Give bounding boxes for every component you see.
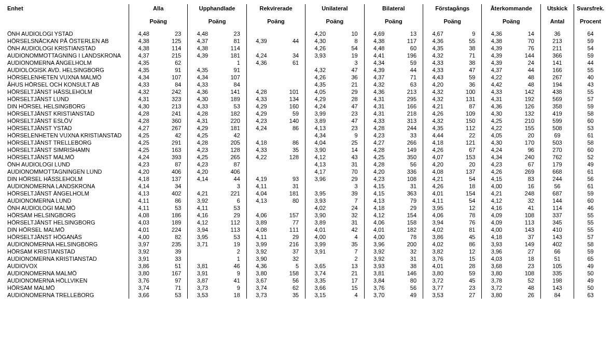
- count-cell: 38: [452, 59, 482, 66]
- table-row: AUDIONOMERNA TRELLEBORG3,66533,53183,733…: [5, 291, 607, 299]
- count-cell: 33: [158, 255, 188, 262]
- table-row: ÅHUS HÖRSEL OCH KONSULT AB4,33844,33844,…: [5, 81, 607, 88]
- score-cell: 3,96: [364, 241, 394, 248]
- score-cell: 4,08: [129, 212, 159, 219]
- count-cell: 242: [158, 88, 188, 95]
- score-cell: 4,18: [129, 175, 159, 183]
- score-cell: 4,01: [129, 226, 159, 233]
- score-cell: [246, 45, 276, 52]
- svarsfrek-cell: 55: [574, 212, 607, 219]
- score-cell: 4,01: [423, 190, 453, 197]
- count-cell: 29: [335, 88, 364, 95]
- count-cell: 189: [217, 95, 247, 103]
- count-cell: 215: [158, 52, 188, 59]
- unit-name: HÖRSELTJÄNST ESLÖV: [5, 117, 129, 124]
- score-cell: 3,89: [246, 219, 276, 226]
- svarsfrek-cell: 56: [574, 175, 607, 183]
- utskick-cell: 569: [541, 95, 574, 103]
- count-cell: 141: [217, 88, 247, 95]
- table-row: DIN HÖRSEL MALMÖ4,012243,941134,081114,0…: [5, 226, 607, 233]
- score-cell: 3,73: [188, 284, 217, 291]
- count-cell: 19: [217, 241, 247, 248]
- svarsfrek-cell: 46: [574, 204, 607, 212]
- count-cell: 114: [217, 45, 247, 52]
- utskick-cell: 438: [541, 88, 574, 95]
- count-cell: 35: [276, 146, 305, 153]
- count-cell: 108: [511, 270, 541, 277]
- score-cell: 4,48: [364, 45, 394, 52]
- score-cell: 4,12: [188, 219, 217, 226]
- score-cell: 3,91: [188, 270, 217, 277]
- score-cell: 3,35: [305, 277, 335, 284]
- score-cell: 4,06: [364, 219, 394, 226]
- unit-name: HÖRSELTJÄNST HELSINGBORG: [5, 219, 129, 226]
- count-cell: 149: [511, 241, 541, 248]
- count-cell: 47: [335, 117, 364, 124]
- count-cell: 4: [335, 233, 364, 241]
- score-cell: 4,25: [188, 153, 217, 161]
- count-cell: 109: [452, 110, 482, 117]
- score-cell: 4,39: [246, 37, 276, 45]
- score-cell: 4,17: [305, 168, 335, 175]
- utskick-cell: 114: [541, 204, 574, 212]
- unit-name: HÖRSAM KRISTIANSTAD: [5, 248, 129, 255]
- count-cell: 131: [452, 95, 482, 103]
- score-cell: 4,32: [423, 95, 453, 103]
- count-cell: 15: [452, 255, 482, 262]
- count-cell: 235: [158, 241, 188, 248]
- svarsfrek-cell: 40: [574, 74, 607, 81]
- count-cell: 56: [394, 161, 423, 168]
- count-cell: 26: [511, 291, 541, 299]
- score-cell: [246, 161, 276, 168]
- count-cell: 170: [511, 139, 541, 146]
- score-cell: 3,81: [364, 270, 394, 277]
- count-cell: 31: [394, 183, 423, 190]
- count-cell: 220: [217, 117, 247, 124]
- count-cell: 96: [511, 146, 541, 153]
- score-cell: 4,26: [482, 168, 511, 175]
- count-cell: 35: [335, 241, 364, 248]
- score-cell: 4,13: [364, 197, 394, 204]
- sub-poang: Poäng: [188, 18, 246, 29]
- count-cell: 38: [394, 262, 423, 270]
- svarsfrek-cell: 49: [574, 262, 607, 270]
- score-cell: 3,89: [305, 117, 335, 124]
- count-cell: 91: [217, 66, 247, 74]
- score-cell: 4,01: [305, 226, 335, 233]
- table-row: AUDIONOMERNA KRISTIANSTAD3,913313,903223…: [5, 255, 607, 262]
- score-cell: 4,00: [482, 226, 511, 233]
- count-cell: 62: [158, 59, 188, 66]
- header-utskick: Utskick: [541, 4, 574, 18]
- table-row: AUDIONOMERNA ÄNGELHOLM4,356214,366134,34…: [5, 59, 607, 66]
- unit-name: AUDIONOMERNA KRISTIANSTAD: [5, 255, 129, 262]
- score-cell: 4,32: [423, 117, 453, 124]
- table-row: HÖRSELTJÄNST ÄNGELHOLM4,134024,212214,04…: [5, 190, 607, 197]
- score-cell: 4,25: [129, 132, 159, 139]
- score-cell: 4,25: [129, 139, 159, 146]
- count-cell: 39: [335, 190, 364, 197]
- count-cell: 166: [394, 103, 423, 110]
- score-cell: 4,25: [482, 117, 511, 124]
- svarsfrek-cell: 50: [574, 270, 607, 277]
- score-cell: 4,02: [423, 241, 453, 248]
- score-cell: 3,81: [188, 262, 217, 270]
- score-cell: 3,76: [129, 277, 159, 284]
- score-cell: 4,11: [246, 233, 276, 241]
- unit-name: AUDIONOMMOTTAGNING I LANDSKRONA: [5, 52, 129, 59]
- count-cell: 82: [158, 233, 188, 241]
- count-cell: 8: [335, 37, 364, 45]
- utskick-cell: 402: [541, 241, 574, 248]
- sub-poang: Poäng: [246, 18, 305, 29]
- table-row: HÖRSELENHETEN VUXNA KRISTIANSTAD4,25424,…: [5, 132, 607, 139]
- score-cell: 4,00: [129, 233, 159, 241]
- score-cell: [305, 59, 335, 66]
- count-cell: 44: [276, 37, 305, 45]
- utskick-cell: 179: [541, 161, 574, 168]
- score-cell: 3,96: [305, 175, 335, 183]
- count-cell: [276, 168, 305, 175]
- table-row: HÖRSELTJÄNST ESLÖV4,283604,312204,231403…: [5, 117, 607, 124]
- score-cell: 4,43: [423, 74, 453, 81]
- score-cell: 3,70: [364, 291, 394, 299]
- count-cell: 29: [335, 175, 364, 183]
- count-cell: 9: [217, 284, 247, 291]
